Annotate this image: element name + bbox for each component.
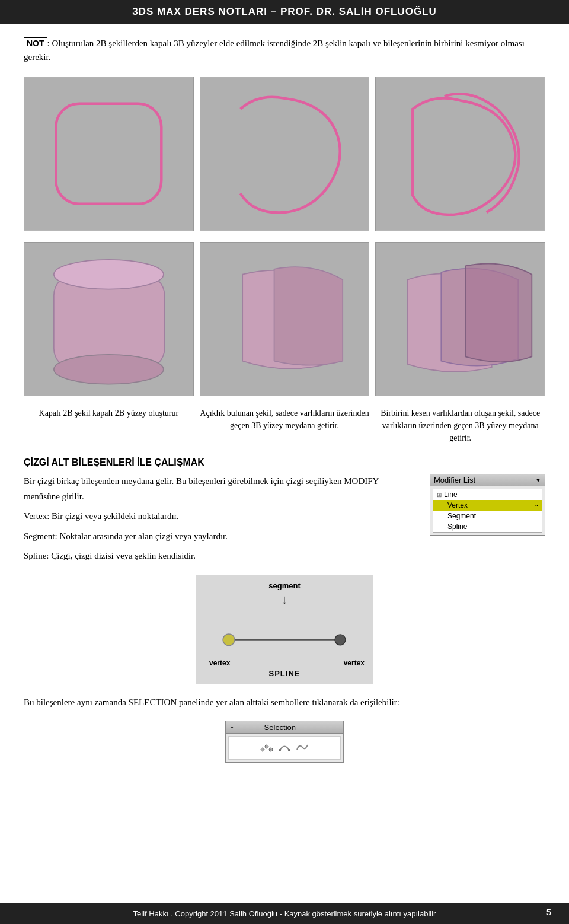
modifier-item-segment-label: Segment [447,512,476,520]
body-text-selection-intro: Bu bileşenlere aynı zamanda SELECTION pa… [24,695,545,710]
svg-point-19 [279,749,281,751]
body-text-spline: Spline: Çizgi, çizgi dizisi veya şeklin … [24,549,545,564]
header-title: 3DS MAX DERS NOTLARI – PROF. DR. SALİH O… [132,6,437,17]
selection-panel-container: - Selection [24,721,545,763]
vertex-left-label: vertex [209,659,230,667]
svg-rect-0 [24,77,193,230]
image-6 [375,242,545,397]
caption-1: Kapalı 2B şekil kapalı 2B yüzey oluşturu… [24,407,194,444]
svg-point-13 [335,635,346,645]
modifier-item-vertex-label: Vertex [447,501,468,509]
shape-svg-6 [376,243,545,396]
selection-icons-row [228,736,341,760]
shape-svg-4 [24,243,193,396]
image-1 [24,77,194,231]
not-text: : Oluşturulan 2B şekillerden kapalı 3B y… [24,39,525,62]
curve-icon[interactable] [278,741,291,754]
spline-diagram: segment ↓ vertex vertex [196,575,373,684]
image-5 [200,242,370,397]
page-header: 3DS MAX DERS NOTLARI – PROF. DR. SALİH O… [0,0,569,24]
wave-icon[interactable] [296,741,309,754]
vertex-select-icon[interactable] [260,741,273,752]
modifier-dropdown-arrow[interactable]: ▼ [535,477,541,483]
shape-svg-2 [200,77,369,231]
svg-rect-2 [200,77,369,230]
footer-text: Telif Hakkı . Copyright 2011 Salih Ofluo… [133,909,436,918]
svg-point-7 [54,355,164,384]
main-content: NOT: Oluşturulan 2B şekillerden kapalı 3… [0,24,569,809]
spline-svg [196,575,373,684]
modifier-item-line: ⊞ Line [433,489,542,500]
svg-point-6 [54,259,164,289]
shape-svg-5 [200,243,369,396]
modifier-list-panel: Modifier List ▼ ⊞ Line Vertex ·· Segment [430,474,545,536]
captions-row: Kapalı 2B şekil kapalı 2B yüzey oluşturu… [24,407,545,444]
modifier-item-line-label: Line [444,490,458,499]
section-heading: ÇİZGİ ALT BİLEŞENLERİ İLE ÇALIŞMAK [24,457,545,468]
bottom-images-row [24,242,545,397]
image-2 [200,77,370,231]
modifier-title-bar: Modifier List ▼ [430,474,545,486]
selection-title-bar: - Selection [226,721,343,734]
body-section: Modifier List ▼ ⊞ Line Vertex ·· Segment [24,474,545,549]
page-footer: Telif Hakkı . Copyright 2011 Salih Ofluo… [0,903,569,924]
vertex-right-label: vertex [344,659,365,667]
shape-svg-1 [24,77,193,231]
caption-2: Açıklık bulunan şekil, sadece varlıkları… [200,407,370,444]
selection-panel: - Selection [225,721,344,763]
spline-diagram-container: segment ↓ vertex vertex [24,575,545,684]
page-number: 5 [546,907,551,917]
modifier-list-items: ⊞ Line Vertex ·· Segment Spline [433,489,542,533]
modifier-item-spline-label: Spline [447,522,467,531]
not-paragraph: NOT: Oluşturulan 2B şekillerden kapalı 3… [24,37,545,63]
shape-svg-3 [376,77,545,231]
modifier-item-spline[interactable]: Spline [433,521,542,532]
dots-icon[interactable] [260,741,273,754]
image-3 [375,77,545,231]
top-images-row [24,77,545,231]
segment-select-icon[interactable] [278,741,291,752]
caption-3: Birbirini kesen varlıklardan oluşan şeki… [375,407,545,444]
modifier-item-vertex[interactable]: Vertex ·· [433,500,542,511]
expand-icon-line: ⊞ [437,492,442,498]
selection-title-label: Selection [264,723,296,732]
spline-select-icon[interactable] [296,741,309,752]
not-label: NOT [24,37,47,49]
vertex-icon: ·· [534,501,538,509]
modifier-item-segment[interactable]: Segment [433,511,542,521]
spline-bottom-label: SPLINE [269,669,301,678]
svg-point-20 [288,749,290,751]
modifier-list-label: Modifier List [434,476,475,485]
selection-minus[interactable]: - [231,722,234,732]
svg-point-12 [223,634,235,646]
image-4 [24,242,194,397]
